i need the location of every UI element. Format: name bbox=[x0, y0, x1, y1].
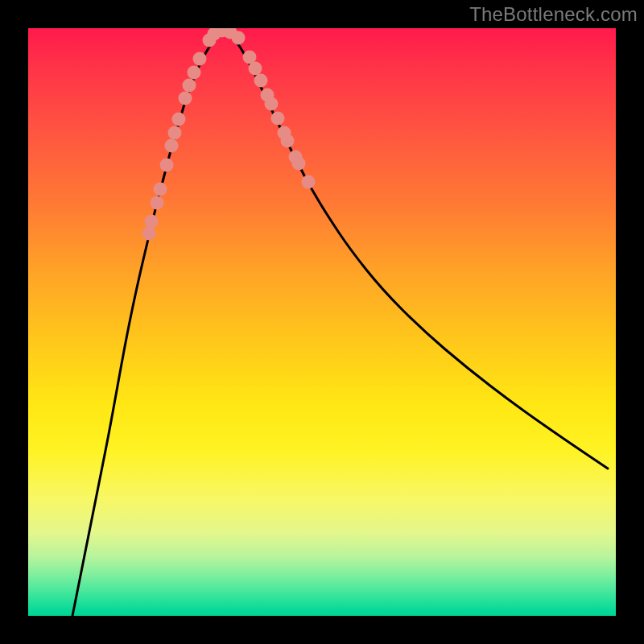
data-dot-right bbox=[265, 97, 279, 111]
data-dot-left bbox=[165, 139, 179, 153]
data-dot-left bbox=[188, 66, 201, 80]
chart-frame: TheBottleneck.com bbox=[0, 0, 644, 644]
data-dot-left bbox=[142, 227, 156, 241]
data-dot-left bbox=[168, 126, 182, 140]
curve-left-curve bbox=[72, 31, 223, 616]
data-dot-right bbox=[254, 74, 268, 88]
chart-svg bbox=[28, 28, 616, 616]
data-dot-left bbox=[193, 52, 207, 66]
curve-right-curve bbox=[223, 31, 608, 469]
curve-layer bbox=[72, 31, 608, 616]
data-dot-left bbox=[154, 183, 167, 196]
data-dot-left bbox=[183, 79, 196, 93]
data-dot-right bbox=[302, 175, 316, 189]
data-dot-left bbox=[172, 113, 186, 126]
data-dot-left bbox=[179, 92, 192, 105]
data-dot-right bbox=[271, 112, 285, 126]
data-dot-left bbox=[145, 215, 159, 229]
data-dot-left bbox=[151, 196, 164, 210]
data-dot-right bbox=[281, 134, 295, 148]
data-dot-bottom bbox=[232, 31, 246, 45]
data-dot-left bbox=[160, 159, 174, 172]
data-dots-layer bbox=[142, 28, 316, 241]
watermark-text: TheBottleneck.com bbox=[469, 3, 638, 26]
plot-area bbox=[28, 28, 616, 616]
data-dot-right bbox=[292, 157, 306, 171]
data-dot-right bbox=[249, 62, 262, 76]
